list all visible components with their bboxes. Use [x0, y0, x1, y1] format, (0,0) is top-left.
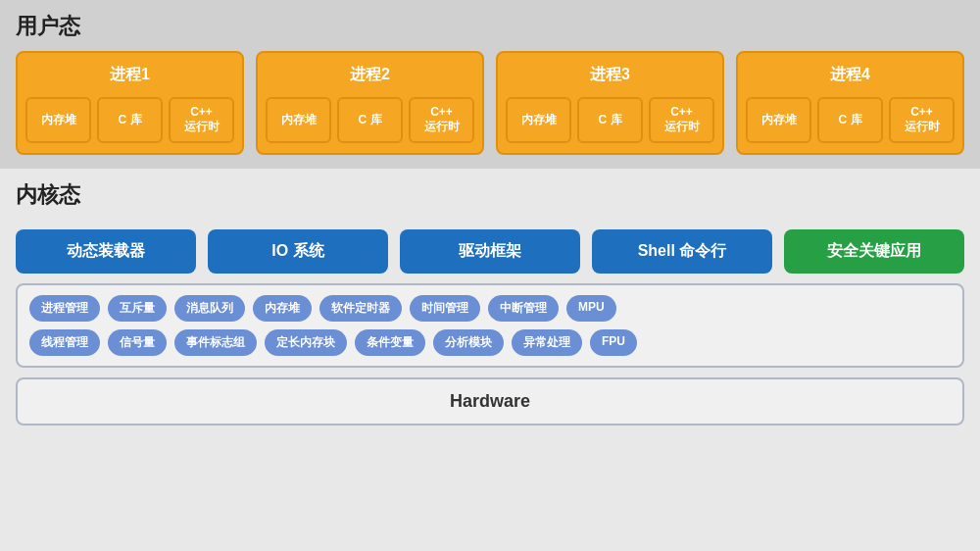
module-thread-mgmt: 线程管理 [29, 329, 100, 356]
module-exception: 异常处理 [512, 329, 582, 356]
modules-row-1: 进程管理 互斥量 消息队列 内存堆 软件定时器 时间管理 中断管理 MPU [29, 295, 951, 322]
module-memory-heap: 内存堆 [253, 295, 312, 322]
process-4-title: 进程4 [746, 61, 955, 89]
module-time-mgmt: 时间管理 [410, 295, 480, 322]
modules-box: 进程管理 互斥量 消息队列 内存堆 软件定时器 时间管理 中断管理 MPU 线程… [16, 283, 964, 368]
process-box-3: 进程3 内存堆 C 库 C++运行时 [496, 51, 724, 155]
process-1-items: 内存堆 C 库 C++运行时 [25, 97, 234, 143]
process-2-item-0: 内存堆 [266, 97, 331, 143]
process-1-item-1: C 库 [97, 97, 163, 143]
process-4-item-0: 内存堆 [746, 97, 811, 143]
process-3-items: 内存堆 C 库 C++运行时 [506, 97, 714, 143]
modules-row-2: 线程管理 信号量 事件标志组 定长内存块 条件变量 分析模块 异常处理 FPU [29, 329, 951, 356]
process-1-title: 进程1 [25, 61, 234, 89]
user-state-title: 用户态 [16, 12, 964, 41]
process-2-items: 内存堆 C 库 C++运行时 [266, 97, 474, 143]
process-1-item-2: C++运行时 [169, 97, 234, 143]
process-2-title: 进程2 [266, 61, 474, 89]
processes-row: 进程1 内存堆 C 库 C++运行时 进程2 内存堆 C 库 C++运行时 进程… [16, 51, 964, 155]
module-fpu: FPU [590, 329, 637, 356]
dynamic-loader-button[interactable]: 动态装载器 [16, 229, 196, 274]
process-4-items: 内存堆 C 库 C++运行时 [746, 97, 955, 143]
module-analysis: 分析模块 [433, 329, 504, 356]
driver-framework-button[interactable]: 驱动框架 [400, 229, 580, 274]
blue-buttons-row: 动态装载器 IO 系统 驱动框架 Shell 命令行 安全关键应用 [16, 229, 964, 274]
module-msg-queue: 消息队列 [174, 295, 245, 322]
module-mpu: MPU [566, 295, 616, 322]
module-condition-var: 条件变量 [355, 329, 425, 356]
process-3-item-1: C 库 [577, 97, 643, 143]
module-process-mgmt: 进程管理 [29, 295, 100, 322]
process-2-item-2: C++运行时 [409, 97, 474, 143]
module-event-flag: 事件标志组 [174, 329, 257, 356]
main-container: 用户态 进程1 内存堆 C 库 C++运行时 进程2 内存堆 C 库 C++运行… [0, 0, 980, 551]
process-4-item-2: C++运行时 [889, 97, 955, 143]
shell-command-button[interactable]: Shell 命令行 [592, 229, 772, 274]
process-box-2: 进程2 内存堆 C 库 C++运行时 [256, 51, 484, 155]
module-fixed-mem: 定长内存块 [265, 329, 347, 356]
io-system-button[interactable]: IO 系统 [208, 229, 388, 274]
user-state-section: 用户态 进程1 内存堆 C 库 C++运行时 进程2 内存堆 C 库 C++运行… [0, 0, 980, 169]
process-3-item-0: 内存堆 [506, 97, 571, 143]
module-mutex: 互斥量 [108, 295, 167, 322]
hardware-box: Hardware [16, 377, 964, 426]
module-software-timer: 软件定时器 [319, 295, 402, 322]
process-2-item-1: C 库 [337, 97, 403, 143]
process-1-item-0: 内存堆 [25, 97, 91, 143]
module-interrupt-mgmt: 中断管理 [488, 295, 559, 322]
process-box-4: 进程4 内存堆 C 库 C++运行时 [736, 51, 964, 155]
safety-app-button[interactable]: 安全关键应用 [784, 229, 964, 274]
process-4-item-1: C 库 [817, 97, 883, 143]
process-3-item-2: C++运行时 [649, 97, 714, 143]
process-box-1: 进程1 内存堆 C 库 C++运行时 [16, 51, 244, 155]
kernel-state-title: 内核态 [16, 180, 964, 210]
process-3-title: 进程3 [506, 61, 714, 89]
kernel-state-section: 内核态 动态装载器 IO 系统 驱动框架 Shell 命令行 安全关键应用 进程… [0, 169, 980, 551]
module-semaphore: 信号量 [108, 329, 167, 356]
